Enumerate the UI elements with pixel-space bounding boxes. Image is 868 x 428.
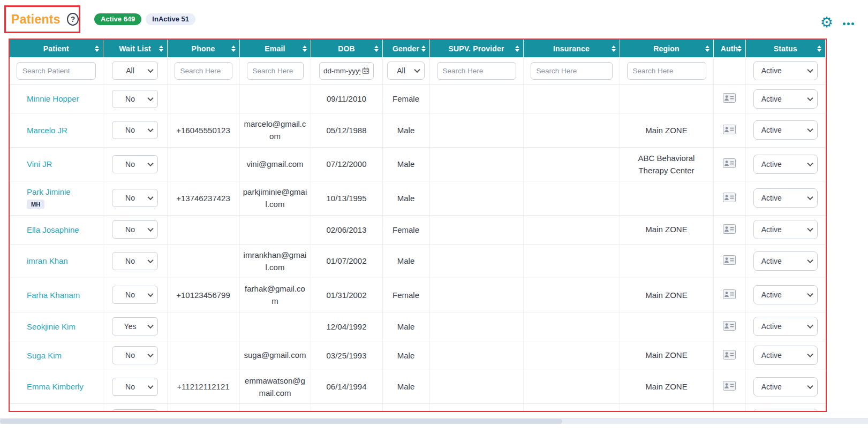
status-select[interactable]: Active bbox=[753, 155, 818, 174]
sort-icon[interactable] bbox=[303, 45, 307, 52]
column-header-wait-list[interactable]: Wait List bbox=[103, 40, 167, 57]
gear-icon[interactable]: ⚙ bbox=[820, 15, 833, 29]
column-label: Auth bbox=[721, 44, 738, 53]
filter-cell-dob: dd-mm-yyyy bbox=[311, 57, 382, 85]
email-cell bbox=[239, 85, 311, 113]
filter-input-phone[interactable] bbox=[175, 62, 232, 80]
column-label: Region bbox=[653, 44, 680, 53]
patient-name-link[interactable]: Farha Khanam bbox=[27, 291, 80, 300]
wait-list-select[interactable]: No bbox=[112, 409, 158, 412]
sort-icon[interactable] bbox=[705, 45, 710, 52]
sort-icon[interactable] bbox=[231, 45, 236, 52]
auth-card-icon[interactable] bbox=[723, 193, 736, 202]
auth-card-icon[interactable] bbox=[723, 289, 736, 299]
wait-list-select[interactable]: No bbox=[112, 346, 158, 364]
wait-list-select[interactable]: No bbox=[112, 90, 158, 108]
auth-card-icon[interactable] bbox=[723, 255, 736, 265]
patient-cell: Raj Kumar bbox=[10, 404, 103, 412]
patient-name-link[interactable]: Minnie Hopper bbox=[27, 94, 79, 103]
auth-card-icon[interactable] bbox=[723, 224, 736, 234]
sort-icon[interactable] bbox=[421, 45, 426, 52]
wait-list-select[interactable]: No bbox=[112, 155, 158, 173]
dob-cell: 07/12/2000 bbox=[311, 147, 382, 181]
filter-input-insurance[interactable] bbox=[531, 62, 613, 80]
status-select[interactable]: Active bbox=[753, 89, 818, 109]
dob-cell: 06/14/1994 bbox=[311, 370, 382, 404]
column-header-auth[interactable]: Auth bbox=[713, 40, 745, 57]
auth-card-icon[interactable] bbox=[723, 93, 736, 103]
sort-icon[interactable] bbox=[515, 45, 519, 52]
status-select[interactable]: Active bbox=[753, 188, 818, 208]
wait-list-select[interactable]: No bbox=[112, 220, 158, 239]
column-header-dob[interactable]: DOB bbox=[311, 40, 382, 57]
auth-card-icon[interactable] bbox=[723, 381, 736, 391]
column-header-email[interactable]: Email bbox=[239, 40, 311, 57]
help-icon[interactable]: ? bbox=[67, 13, 79, 26]
auth-card-icon[interactable] bbox=[723, 125, 736, 134]
wait-list-select[interactable]: No bbox=[112, 121, 158, 139]
patient-name-link[interactable]: imran Khan bbox=[27, 256, 68, 265]
auth-card-icon[interactable] bbox=[723, 158, 736, 168]
patient-name-link[interactable]: Seokjinie Kim bbox=[27, 322, 76, 331]
wait-list-select[interactable]: No bbox=[112, 252, 158, 270]
dob-cell: 10/13/1995 bbox=[311, 181, 382, 216]
column-header-phone[interactable]: Phone bbox=[167, 40, 239, 57]
more-options-icon[interactable] bbox=[843, 19, 854, 25]
auth-cell bbox=[713, 312, 745, 341]
sort-icon[interactable] bbox=[159, 45, 163, 52]
status-select[interactable]: Active bbox=[753, 285, 818, 304]
status-select[interactable]: Active bbox=[753, 346, 818, 365]
patient-name-link[interactable]: Marcelo JR bbox=[27, 126, 67, 135]
column-header-region[interactable]: Region bbox=[620, 40, 713, 57]
filter-input-email[interactable] bbox=[247, 62, 304, 80]
column-header-gender[interactable]: Gender bbox=[382, 40, 429, 57]
active-count-badge[interactable]: Active 649 bbox=[94, 13, 141, 25]
horizontal-scrollbar[interactable] bbox=[0, 418, 868, 424]
sort-icon[interactable] bbox=[817, 45, 821, 52]
patient-name-link[interactable]: Ella Josaphine bbox=[27, 225, 79, 234]
wait-list-cell: No bbox=[103, 278, 167, 312]
filter-input-supv-provider[interactable] bbox=[437, 62, 516, 80]
dob-cell: 05/12/1988 bbox=[311, 113, 382, 148]
filter-cell-patient bbox=[10, 57, 103, 85]
status-select[interactable]: Active bbox=[753, 317, 818, 336]
page-title: Patients bbox=[11, 12, 61, 27]
sort-icon[interactable] bbox=[612, 45, 616, 52]
status-select[interactable]: Active bbox=[753, 220, 818, 239]
sort-icon[interactable] bbox=[737, 45, 742, 52]
auth-card-icon[interactable] bbox=[723, 350, 736, 360]
status-cell: Active bbox=[745, 147, 825, 181]
supv-provider-cell bbox=[429, 370, 523, 404]
patient-name-link[interactable]: Suga Kim bbox=[27, 351, 62, 360]
table-header-row: Patient Wait List Phone Email DOB Gender… bbox=[10, 40, 825, 57]
filter-date-dob[interactable]: dd-mm-yyyy bbox=[319, 62, 374, 80]
status-select[interactable]: Active bbox=[753, 251, 818, 271]
gender-cell: Male bbox=[382, 404, 429, 412]
auth-cell bbox=[713, 147, 745, 181]
column-header-insurance[interactable]: Insurance bbox=[523, 40, 620, 57]
scrollbar-thumb[interactable] bbox=[0, 419, 562, 424]
filter-select-wait-list[interactable]: All bbox=[112, 62, 158, 80]
filter-input-patient[interactable] bbox=[17, 62, 96, 80]
auth-card-icon[interactable] bbox=[723, 321, 736, 331]
column-header-status[interactable]: Status bbox=[745, 40, 825, 57]
sort-icon[interactable] bbox=[374, 45, 379, 52]
sort-icon[interactable] bbox=[95, 45, 99, 52]
column-header-patient[interactable]: Patient bbox=[10, 40, 103, 57]
wait-list-select[interactable]: Yes bbox=[112, 317, 158, 335]
filter-input-region[interactable] bbox=[627, 62, 706, 80]
inactive-count-badge[interactable]: InActive 51 bbox=[146, 13, 195, 25]
patient-name-link[interactable]: Vini JR bbox=[27, 159, 52, 169]
table-row: Suga Kim No suga@gmail.com 03/25/1993 Ma… bbox=[10, 341, 825, 370]
status-select[interactable]: Active bbox=[753, 409, 818, 412]
patient-name-link[interactable]: Emma Kimberly bbox=[27, 382, 84, 391]
wait-list-select[interactable]: No bbox=[112, 189, 158, 207]
column-header-supv-provider[interactable]: SUPV. Provider bbox=[429, 40, 523, 57]
wait-list-select[interactable]: No bbox=[112, 286, 158, 304]
status-select[interactable]: Active bbox=[753, 377, 818, 396]
patient-name-link[interactable]: Park Jiminie bbox=[27, 187, 71, 196]
filter-select-status[interactable]: Active bbox=[753, 61, 818, 80]
filter-select-gender[interactable]: All bbox=[387, 62, 425, 80]
wait-list-select[interactable]: No bbox=[112, 378, 158, 396]
status-select[interactable]: Active bbox=[753, 120, 818, 140]
